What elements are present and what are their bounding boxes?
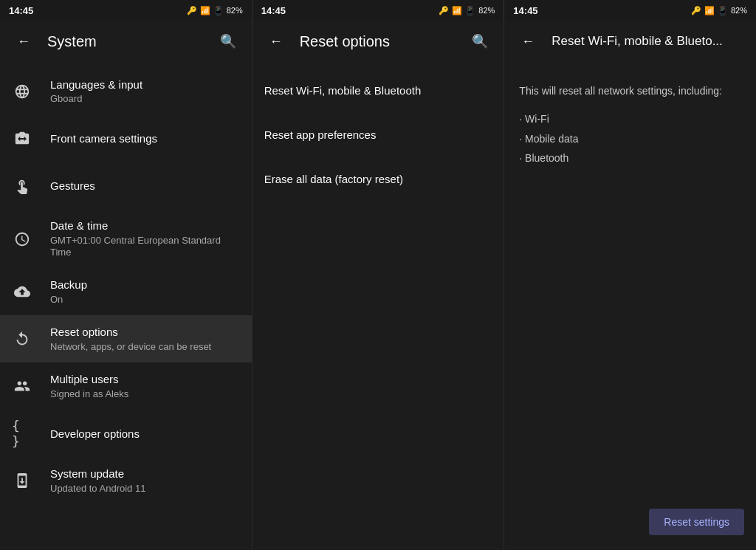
status-icons-3: 🔑 📶 📱 82% xyxy=(691,6,747,16)
front-camera-item[interactable]: Front camera settings xyxy=(0,115,252,162)
system-back-button[interactable]: ← xyxy=(12,30,35,53)
signal-icon: 📱 xyxy=(213,6,224,16)
panels-container: ← System 🔍 Languages & input Gboard xyxy=(0,21,756,550)
multiple-users-text: Multiple users Signed in as Aleks xyxy=(50,372,240,400)
battery-1: 82% xyxy=(227,6,243,15)
system-update-title: System update xyxy=(50,467,240,481)
reset-wifi-back-arrow-icon: ← xyxy=(521,34,535,49)
reset-wifi-detail-content: This will reset all network settings, in… xyxy=(504,62,756,550)
status-bar: 14:45 🔑 📶 📱 82% 14:45 🔑 📶 📱 82% 14:45 🔑 … xyxy=(0,0,756,21)
reset-options-title: Reset options xyxy=(50,325,240,340)
status-section-2: 14:45 🔑 📶 📱 82% xyxy=(252,0,505,21)
reset-wifi-list-item-3: · Bluetooth xyxy=(519,150,741,166)
system-panel: ← System 🔍 Languages & input Gboard xyxy=(0,21,252,550)
reset-wifi-description-section: This will reset all network settings, in… xyxy=(504,68,756,185)
status-icons-1: 🔑 📶 📱 82% xyxy=(187,6,243,16)
developer-options-text: Developer options xyxy=(50,427,240,441)
gestures-item[interactable]: Gestures xyxy=(0,162,252,210)
developer-options-item[interactable]: { } Developer options xyxy=(0,410,252,457)
battery-3: 82% xyxy=(731,6,747,15)
languages-input-text: Languages & input Gboard xyxy=(50,78,240,106)
languages-input-title: Languages & input xyxy=(50,78,240,92)
wifi-icon-3: 📶 xyxy=(704,6,715,16)
reset-options-subtitle: Network, apps, or device can be reset xyxy=(50,341,240,354)
reset-options-header: ← Reset options 🔍 xyxy=(252,21,504,62)
backup-item[interactable]: Backup On xyxy=(0,268,252,315)
status-section-3: 14:45 🔑 📶 📱 82% xyxy=(504,0,756,21)
reset-options-content: Reset Wi-Fi, mobile & Bluetooth Reset ap… xyxy=(252,62,504,550)
erase-all-data-title: Erase all data (factory reset) xyxy=(264,173,403,185)
developer-options-title: Developer options xyxy=(50,427,240,441)
reset-wifi-description: This will reset all network settings, in… xyxy=(519,83,741,99)
reset-wifi-list-item-2: · Mobile data xyxy=(519,131,741,147)
reset-options-back-button[interactable]: ← xyxy=(264,30,288,53)
reset-options-panel-title: Reset options xyxy=(300,33,457,50)
system-update-item[interactable]: System update Updated to Android 11 xyxy=(0,457,252,504)
reset-wifi-title: Reset Wi-Fi, mobile & Bluetooth xyxy=(264,84,422,97)
reset-wifi-detail-panel: ← Reset Wi-Fi, mobile & Blueto... This w… xyxy=(504,21,756,550)
reset-wifi-item[interactable]: Reset Wi-Fi, mobile & Bluetooth xyxy=(252,68,504,112)
reset-back-arrow-icon: ← xyxy=(269,34,283,49)
key-icon: 🔑 xyxy=(187,6,197,16)
signal-icon-3: 📱 xyxy=(718,6,728,16)
system-panel-title: System xyxy=(47,33,205,50)
languages-input-item[interactable]: Languages & input Gboard xyxy=(0,68,252,115)
reset-settings-button[interactable]: Reset settings xyxy=(649,509,744,535)
reset-options-icon xyxy=(12,329,32,349)
reset-wifi-list-item-1: · Wi-Fi xyxy=(519,111,741,127)
reset-options-search-button[interactable]: 🔍 xyxy=(468,30,492,53)
key-icon-3: 🔑 xyxy=(691,6,701,16)
time-1: 14:45 xyxy=(9,5,33,16)
reset-wifi-header: ← Reset Wi-Fi, mobile & Blueto... xyxy=(504,21,756,62)
system-panel-header: ← System 🔍 xyxy=(0,21,252,62)
wifi-icon: 📶 xyxy=(200,6,210,16)
front-camera-text: Front camera settings xyxy=(50,131,240,146)
reset-app-preferences-item[interactable]: Reset app preferences xyxy=(252,112,504,157)
date-time-subtitle: GMT+01:00 Central European Standard Time xyxy=(50,235,240,260)
date-time-text: Date & time GMT+01:00 Central European S… xyxy=(50,219,240,259)
gestures-icon xyxy=(12,176,32,196)
system-search-button[interactable]: 🔍 xyxy=(216,30,240,53)
signal-icon-2: 📱 xyxy=(465,6,475,16)
gestures-text: Gestures xyxy=(50,179,240,193)
time-2: 14:45 xyxy=(261,5,286,16)
battery-2: 82% xyxy=(478,6,495,15)
backup-icon xyxy=(12,281,32,302)
erase-all-data-item[interactable]: Erase all data (factory reset) xyxy=(252,157,504,201)
front-camera-icon xyxy=(12,128,32,149)
key-icon-2: 🔑 xyxy=(439,6,449,16)
wifi-icon-2: 📶 xyxy=(452,6,462,16)
system-update-subtitle: Updated to Android 11 xyxy=(50,483,240,495)
back-arrow-icon: ← xyxy=(17,34,30,49)
users-icon xyxy=(12,376,32,396)
reset-wifi-panel-title: Reset Wi-Fi, mobile & Blueto... xyxy=(551,34,744,49)
front-camera-title: Front camera settings xyxy=(50,131,240,146)
system-search-icon: 🔍 xyxy=(220,33,236,49)
backup-text: Backup On xyxy=(50,278,240,306)
languages-input-subtitle: Gboard xyxy=(50,93,240,106)
reset-app-preferences-title: Reset app preferences xyxy=(264,128,377,141)
status-section-1: 14:45 🔑 📶 📱 82% xyxy=(0,0,252,21)
date-time-title: Date & time xyxy=(50,219,240,233)
reset-options-text: Reset options Network, apps, or device c… xyxy=(50,325,240,353)
time-3: 14:45 xyxy=(513,5,537,16)
developer-icon: { } xyxy=(12,423,32,444)
language-icon xyxy=(12,81,32,102)
multiple-users-subtitle: Signed in as Aleks xyxy=(50,388,240,401)
clock-icon xyxy=(12,229,32,250)
system-update-icon xyxy=(12,470,32,491)
system-update-text: System update Updated to Android 11 xyxy=(50,467,240,495)
reset-options-panel: ← Reset options 🔍 Reset Wi-Fi, mobile & … xyxy=(252,21,505,550)
reset-options-item[interactable]: Reset options Network, apps, or device c… xyxy=(0,315,252,362)
multiple-users-title: Multiple users xyxy=(50,372,240,387)
reset-wifi-back-button[interactable]: ← xyxy=(516,30,540,53)
reset-search-icon: 🔍 xyxy=(472,33,488,49)
date-time-item[interactable]: Date & time GMT+01:00 Central European S… xyxy=(0,210,252,268)
status-icons-2: 🔑 📶 📱 82% xyxy=(439,6,495,16)
gestures-title: Gestures xyxy=(50,179,240,193)
multiple-users-item[interactable]: Multiple users Signed in as Aleks xyxy=(0,362,252,410)
backup-subtitle: On xyxy=(50,294,240,306)
backup-title: Backup xyxy=(50,278,240,292)
system-panel-content: Languages & input Gboard Front camera se… xyxy=(0,62,252,550)
